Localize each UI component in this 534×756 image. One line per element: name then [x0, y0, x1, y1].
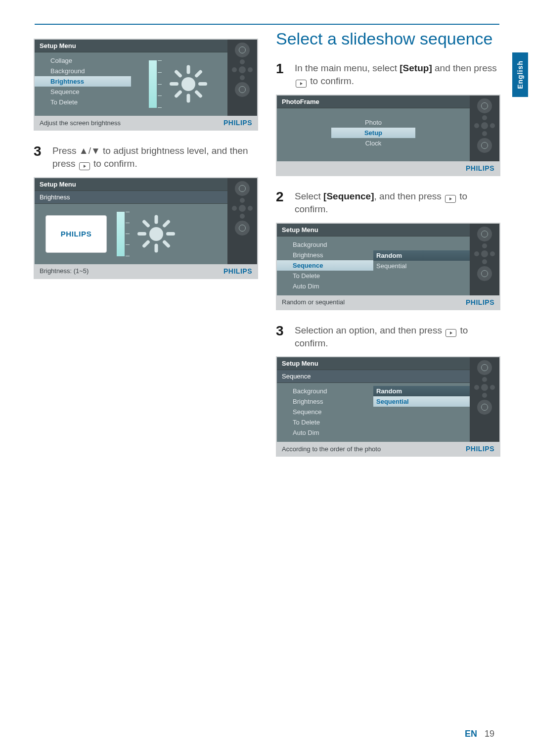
page-footer: EN 19: [465, 729, 494, 739]
arrow-up-down-icon: ▲/▼: [79, 145, 100, 156]
step-1-right: 1 In the main menu, select [Setup] and t…: [276, 62, 500, 88]
menu-icon: [477, 266, 492, 281]
power-icon: [235, 43, 250, 57]
device-screenshot-brightness-menu: Setup Menu Collage Background Brightness…: [34, 39, 258, 131]
device-title: Setup Menu: [277, 357, 470, 370]
device-title: Setup Menu: [35, 40, 227, 52]
device-screenshot-main-menu: PhotoFrame Photo Setup Clock PHILIPS: [276, 94, 500, 176]
submenu-item-selected: Sequential: [373, 396, 470, 407]
step-number: 3: [34, 144, 45, 170]
step-number: 1: [276, 62, 288, 88]
step-3-right: 3 Selection an option, and then press to…: [276, 324, 500, 350]
device-screenshot-sequence-menu: Setup Menu Background Brightness Sequenc…: [276, 223, 500, 310]
device-hint-bar: According to the order of the photo PHIL…: [277, 442, 499, 456]
power-icon: [477, 227, 492, 241]
menu-item: Background: [35, 66, 131, 76]
device-subtitle: Sequence: [277, 370, 470, 383]
device-subtitle: Brightness: [35, 191, 227, 204]
philips-logo: PHILIPS: [223, 119, 252, 127]
play-icon: [79, 162, 90, 170]
step-3-left: 3 Press ▲/▼ to adjust brightness level, …: [34, 144, 258, 170]
power-icon: [235, 181, 250, 196]
menu-item: Sequence: [277, 407, 373, 417]
menu-item-selected: Setup: [331, 128, 415, 138]
step-text: In the main menu, select [Setup] and the…: [295, 62, 500, 88]
footer-page-number: 19: [485, 729, 494, 739]
step-text: Press ▲/▼ to adjust brightness level, an…: [52, 144, 258, 170]
dpad-icon: [232, 198, 253, 219]
power-icon: [477, 360, 492, 375]
brightness-icon: [134, 212, 178, 256]
dpad-icon: [474, 377, 495, 398]
dpad-icon: [474, 115, 495, 136]
step-number: 2: [276, 190, 288, 216]
brightness-slider: [149, 60, 157, 108]
device-hint-text: According to the order of the photo: [282, 445, 381, 453]
philips-logo: PHILIPS: [223, 267, 252, 275]
menu-item: Collage: [35, 55, 131, 66]
philips-logo: PHILIPS: [466, 445, 494, 453]
philips-logo: PHILIPS: [466, 298, 494, 306]
page-top-rule: [35, 24, 499, 25]
dpad-icon: [474, 243, 495, 264]
device-hint-text: Brightness: (1~5): [40, 267, 89, 275]
device-side-buttons: [227, 178, 257, 264]
device-hint-bar: PHILIPS: [277, 161, 499, 175]
language-tab: English: [512, 52, 528, 97]
step-number: 3: [276, 324, 288, 350]
menu-item-selected: Sequence: [277, 260, 373, 271]
menu-icon: [477, 138, 492, 153]
menu-item: To Delete: [277, 417, 373, 427]
menu-icon: [477, 400, 492, 415]
menu-item: Auto Dim: [277, 427, 373, 438]
play-icon: [445, 329, 456, 337]
device-side-buttons: [470, 357, 499, 442]
play-icon: [296, 80, 307, 88]
step-2-right: 2 Select [Sequence], and then press to c…: [276, 190, 500, 216]
device-screenshot-brightness-adjust: Setup Menu Brightness PHILIPS: [34, 177, 258, 279]
device-side-buttons: [470, 224, 499, 295]
play-icon: [445, 195, 456, 203]
section-heading: Select a slideshow sequence: [276, 30, 500, 48]
device-hint-text: Random or sequential: [282, 298, 345, 306]
menu-item: Clock: [331, 138, 415, 148]
menu-item: Brightness: [277, 396, 373, 407]
submenu-item-selected: Random: [373, 250, 470, 261]
power-icon: [477, 98, 492, 113]
menu-item: To Delete: [35, 97, 131, 107]
philips-logo: PHILIPS: [466, 164, 494, 172]
device-side-buttons: [227, 40, 257, 116]
brightness-icon: [167, 62, 210, 106]
device-title: Setup Menu: [35, 178, 227, 191]
language-tab-label: English: [516, 60, 524, 89]
menu-item: Background: [277, 239, 373, 250]
menu-item: Background: [277, 386, 373, 396]
device-hint-text: Adjust the screen brightness: [40, 119, 121, 127]
menu-item: Brightness: [277, 250, 373, 260]
device-title: PhotoFrame: [277, 95, 470, 108]
device-screenshot-sequence-option: Setup Menu Sequence Background Brightnes…: [276, 356, 500, 457]
submenu-item: Random: [373, 386, 470, 396]
device-hint-bar: Random or sequential PHILIPS: [277, 295, 499, 309]
step-text: Selection an option, and then press to c…: [295, 324, 500, 350]
footer-lang: EN: [465, 729, 477, 739]
menu-item: To Delete: [277, 271, 373, 281]
brightness-slider: [117, 212, 125, 256]
menu-item: Auto Dim: [277, 281, 373, 291]
menu-item: Sequence: [35, 87, 131, 97]
menu-icon: [235, 82, 250, 97]
step-text: Select [Sequence], and then press to con…: [295, 190, 500, 216]
submenu-item: Sequential: [373, 261, 470, 271]
device-hint-bar: Adjust the screen brightness PHILIPS: [35, 116, 257, 130]
philips-logo-box: PHILIPS: [45, 215, 107, 253]
device-hint-bar: Brightness: (1~5) PHILIPS: [35, 264, 257, 278]
menu-item: Photo: [331, 117, 415, 128]
dpad-icon: [232, 59, 253, 80]
device-title: Setup Menu: [277, 224, 470, 236]
device-side-buttons: [470, 95, 499, 161]
menu-icon: [235, 221, 250, 236]
menu-item-selected: Brightness: [35, 76, 131, 87]
